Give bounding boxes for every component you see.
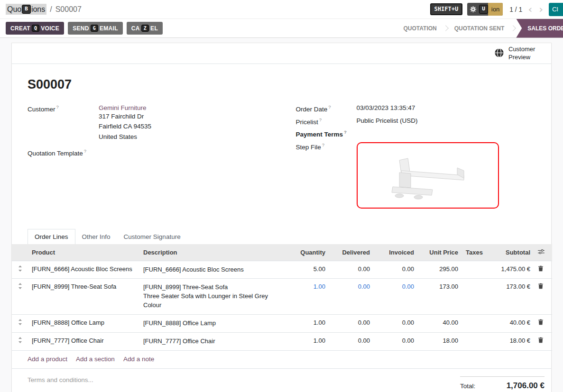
sheet-body: S00007 Customer? Gemini Furniture 317 Fa…	[12, 64, 551, 244]
cell-product[interactable]: [FURN_7777] Office Chair	[28, 332, 139, 350]
field-column-left: Customer? Gemini Furniture 317 Fairchild…	[28, 104, 268, 161]
pager: 1 / 1	[509, 6, 522, 13]
cell-quantity[interactable]: 1.00	[286, 314, 329, 332]
delete-row-icon[interactable]	[534, 261, 552, 279]
cell-description[interactable]: [FURN_8999] Three-Seat Sofa Three Seater…	[139, 279, 286, 315]
help-marker: ?	[322, 142, 324, 147]
cell-unit-price[interactable]: 173.00	[418, 279, 462, 315]
customer-link[interactable]: Gemini Furniture	[99, 104, 147, 111]
cell-unit-price[interactable]: 18.00	[418, 332, 462, 350]
action-button-row: CREAT Q VOICE SEND G EMAIL CA Z EL QUOTA…	[0, 19, 563, 38]
cell-quantity[interactable]: 1.00	[286, 332, 329, 350]
pager-previous-icon[interactable]: ‹	[527, 4, 533, 15]
step-file-3d-preview	[371, 147, 485, 204]
cancel-button[interactable]: CA Z EL	[127, 22, 163, 35]
cancel-text-post: EL	[150, 25, 158, 32]
header-taxes: Taxes	[462, 244, 485, 261]
action-menu-button[interactable]: U ion	[467, 3, 503, 16]
help-marker: ?	[328, 104, 331, 109]
cell-product[interactable]: [FURN_8888] Office Lamp	[28, 314, 139, 332]
help-marker: ?	[56, 104, 59, 109]
status-step-quotation[interactable]: QUOTATION	[397, 25, 443, 32]
step-file-image[interactable]	[357, 142, 499, 209]
drag-handle-icon[interactable]	[12, 332, 28, 350]
address-line: Fairfield CA 94535	[99, 121, 151, 131]
cell-description[interactable]: [FURN_6666] Acoustic Bloc Screens	[139, 261, 286, 279]
tab-customer-signature[interactable]: Customer Signature	[117, 229, 187, 244]
cell-taxes[interactable]	[462, 332, 485, 350]
step-file-label: Step File?	[296, 142, 357, 209]
cell-product[interactable]: [FURN_8999] Three-Seat Sofa	[28, 279, 139, 315]
table-row: [FURN_8888] Office Lamp [FURN_8888] Offi…	[12, 314, 552, 332]
cell-delivered[interactable]: 0.00	[329, 314, 374, 332]
cell-description[interactable]: [FURN_8888] Office Lamp	[139, 314, 286, 332]
field-payment-terms: Payment Terms?	[296, 129, 536, 138]
notebook-tabs: Order Lines Other Info Customer Signatur…	[28, 229, 535, 244]
customer-value: Gemini Furniture 317 Fairchild Dr Fairfi…	[99, 104, 151, 142]
field-order-date: Order Date? 03/03/2023 13:35:47	[296, 104, 536, 113]
totals-box: Total: 1,706.00 €	[460, 376, 545, 391]
field-customer: Customer? Gemini Furniture 317 Fairchild…	[28, 104, 268, 142]
drag-handle-icon[interactable]	[12, 314, 28, 332]
cell-invoiced[interactable]: 0.00	[374, 332, 418, 350]
cell-invoiced[interactable]: 0.00	[374, 314, 418, 332]
optional-columns-icon[interactable]	[534, 244, 552, 261]
customer-address: 317 Fairchild Dr Fairfield CA 94535 Unit…	[99, 111, 151, 142]
cell-description[interactable]: [FURN_7777] Office Chair	[139, 332, 286, 350]
send-email-button[interactable]: SEND G EMAIL	[68, 22, 123, 35]
header-delivered: Delivered	[329, 244, 374, 261]
cell-taxes[interactable]	[462, 279, 485, 315]
pager-next-icon[interactable]: ›	[538, 4, 544, 15]
customer-preview-button[interactable]: Customer Preview	[487, 43, 551, 64]
form-sheet: Customer Preview S00007 Customer? Gemini…	[11, 43, 552, 392]
order-date-label: Order Date?	[296, 104, 357, 113]
cell-subtotal: 40.00 €	[485, 314, 534, 332]
total-value: 1,706.00 €	[507, 381, 545, 391]
drag-handle-icon[interactable]	[12, 279, 28, 315]
cell-taxes[interactable]	[462, 314, 485, 332]
cell-quantity[interactable]: 1.00	[286, 279, 329, 315]
delete-row-icon[interactable]	[534, 279, 552, 315]
cell-taxes[interactable]	[462, 261, 485, 279]
tab-other-info[interactable]: Other Info	[75, 229, 117, 244]
help-marker: ?	[344, 129, 347, 135]
status-step-sales-order-active[interactable]: SALES ORDER	[516, 19, 563, 38]
order-date-value[interactable]: 03/03/2023 13:35:47	[357, 104, 415, 113]
cell-subtotal: 173.00 €	[485, 279, 534, 315]
add-a-product-link[interactable]: Add a product	[28, 356, 67, 363]
cell-invoiced[interactable]: 0.00	[374, 261, 418, 279]
cell-delivered[interactable]: 0.00	[329, 279, 374, 315]
cell-quantity[interactable]: 5.00	[286, 261, 329, 279]
drag-handle-icon[interactable]	[12, 261, 28, 279]
cell-unit-price[interactable]: 40.00	[418, 314, 462, 332]
tab-order-lines[interactable]: Order Lines	[28, 229, 75, 244]
sheet-footer: Terms and conditions... Total: 1,706.00 …	[12, 369, 551, 391]
delete-row-icon[interactable]	[534, 332, 552, 350]
send-email-text-post: EMAIL	[100, 25, 118, 32]
field-quotation-template: Quotation Template?	[28, 148, 268, 157]
field-grid: Customer? Gemini Furniture 317 Fairchild…	[28, 104, 535, 213]
line-add-links: Add a product Add a section Add a note	[12, 351, 551, 369]
cell-delivered[interactable]: 0.00	[329, 332, 374, 350]
cell-unit-price[interactable]: 295.00	[418, 261, 462, 279]
terms-placeholder[interactable]: Terms and conditions...	[28, 376, 93, 383]
pricelist-label: Pricelist?	[296, 117, 357, 126]
cell-subtotal: 1,475.00 €	[485, 261, 534, 279]
breadcrumb-current: S00007	[55, 5, 82, 14]
action-buttons: CREAT Q VOICE SEND G EMAIL CA Z EL	[6, 22, 163, 35]
cell-invoiced[interactable]: 0.00	[374, 279, 418, 315]
corner-teal-button[interactable]: Cl	[549, 3, 563, 16]
status-step-quotation-sent[interactable]: QUOTATION SENT	[448, 25, 511, 32]
pricelist-value[interactable]: Public Pricelist (USD)	[357, 117, 418, 126]
create-invoice-button[interactable]: CREAT Q VOICE	[6, 22, 64, 35]
cell-product[interactable]: [FURN_6666] Acoustic Bloc Screens	[28, 261, 139, 279]
add-a-section-link[interactable]: Add a section	[76, 356, 115, 363]
breadcrumb-quotations[interactable]: Quo B ions	[6, 4, 46, 14]
delete-row-icon[interactable]	[534, 314, 552, 332]
help-marker: ?	[319, 117, 322, 122]
cell-delivered[interactable]: 0.00	[329, 261, 374, 279]
breadcrumb-separator: /	[50, 5, 52, 14]
add-a-note-link[interactable]: Add a note	[123, 356, 154, 363]
field-column-right: Order Date? 03/03/2023 13:35:47 Pricelis…	[296, 104, 536, 213]
breadcrumb: Quo B ions / S00007	[6, 4, 82, 14]
